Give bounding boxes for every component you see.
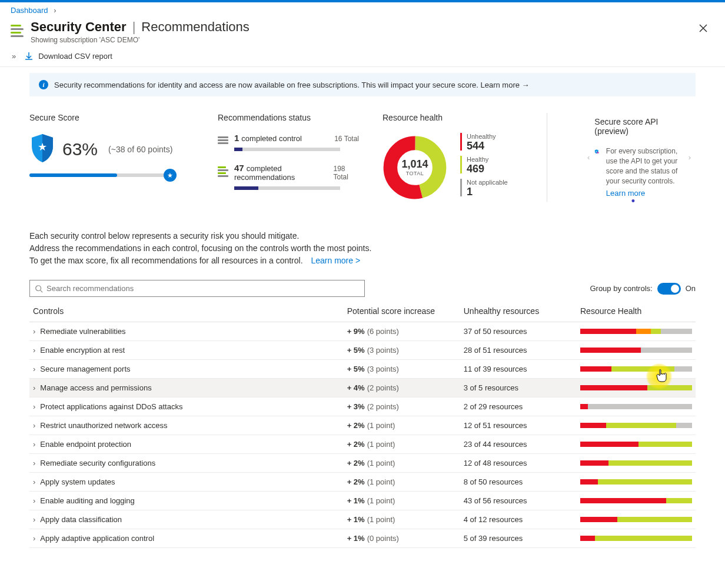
- control-name: Enable endpoint protection: [40, 440, 131, 449]
- learn-more-link[interactable]: Learn more >: [311, 256, 360, 265]
- group-state: On: [686, 284, 696, 293]
- psi-value: + 4%: [347, 383, 365, 392]
- table-row[interactable]: ›Manage access and permissions+ 4%(2 poi…: [29, 379, 696, 397]
- psi-points: (1 point): [367, 515, 395, 524]
- download-csv-button[interactable]: Download CSV report: [24, 51, 112, 61]
- chevron-right-icon[interactable]: ›: [33, 421, 35, 430]
- page-section: Recommendations: [141, 19, 249, 35]
- control-name: Remediate vulnerabilities: [40, 327, 125, 336]
- table-row[interactable]: ›Enable endpoint protection+ 2%(1 point)…: [29, 435, 696, 454]
- chevron-right-icon[interactable]: ›: [33, 515, 35, 524]
- carousel-next-icon[interactable]: ›: [684, 148, 696, 166]
- psi-points: (1 point): [367, 459, 395, 467]
- psi-points: (1 point): [367, 477, 395, 486]
- resource-total-label: TOTAL: [406, 171, 424, 176]
- health-bar: [580, 479, 692, 485]
- search-icon: [35, 285, 43, 293]
- controls-progress-bar: [234, 148, 340, 151]
- resource-total: 1,014: [401, 158, 428, 171]
- table-row[interactable]: ›Apply adaptive application control+ 1%(…: [29, 529, 696, 548]
- psi-value: + 1%: [347, 515, 365, 524]
- carousel-prev-icon[interactable]: ‹: [583, 148, 594, 166]
- recommendations-icon: [11, 23, 24, 39]
- svg-rect-4: [597, 152, 599, 153]
- psi-value: + 1%: [347, 496, 365, 505]
- unhealthy-resources: 28 of 51 resources: [460, 341, 577, 360]
- health-bar: [580, 385, 692, 390]
- secure-score-title: Secure Score: [29, 113, 194, 122]
- table-row[interactable]: ›Remediate vulnerabilities+ 9%(6 points)…: [29, 322, 696, 341]
- control-name: Enable encryption at rest: [40, 346, 125, 355]
- table-row[interactable]: ›Secure management ports+ 5%(3 points)11…: [29, 360, 696, 379]
- secure-score-bar: [29, 173, 171, 177]
- chevron-right-icon[interactable]: ›: [33, 440, 35, 449]
- psi-value: + 2%: [347, 421, 365, 430]
- completed-controls-count: 1: [234, 133, 239, 143]
- psi-points: (3 points): [367, 346, 399, 355]
- star-knob-icon: [164, 169, 177, 182]
- resource-health-donut: 1,014 TOTAL: [383, 135, 447, 200]
- rec-status-title: Recommendations status: [218, 113, 359, 122]
- col-controls[interactable]: Controls: [29, 302, 344, 322]
- health-bar: [580, 348, 692, 353]
- chevron-right-icon[interactable]: ›: [33, 365, 35, 373]
- psi-value: + 5%: [347, 365, 365, 373]
- na-count: 1: [467, 186, 508, 198]
- health-bar: [580, 442, 692, 447]
- table-row[interactable]: ›Apply data classification+ 1%(1 point)4…: [29, 510, 696, 529]
- carousel-dot[interactable]: •: [571, 195, 696, 208]
- chevron-right-icon[interactable]: ›: [33, 346, 35, 355]
- chevron-right-icon[interactable]: ›: [33, 327, 35, 336]
- breadcrumb-dashboard[interactable]: Dashboard: [11, 6, 48, 15]
- table-row[interactable]: ›Enable encryption at rest+ 5%(3 points)…: [29, 341, 696, 360]
- unhealthy-resources: 43 of 56 resources: [460, 492, 577, 510]
- unhealthy-resources: 2 of 29 resources: [460, 397, 577, 416]
- control-name: Manage access and permissions: [40, 383, 151, 392]
- unhealthy-count: 544: [467, 140, 496, 152]
- chevron-right-icon[interactable]: ›: [33, 459, 35, 467]
- control-name: Remediate security configurations: [40, 459, 155, 467]
- psi-value: + 2%: [347, 459, 365, 467]
- psi-points: (0 points): [367, 534, 399, 543]
- control-name: Apply system updates: [40, 477, 115, 486]
- control-name: Apply data classification: [40, 515, 122, 524]
- table-row[interactable]: ›Apply system updates+ 2%(1 point)8 of 5…: [29, 473, 696, 492]
- expand-chevron-icon[interactable]: »: [12, 52, 16, 61]
- chevron-right-icon[interactable]: ›: [33, 534, 35, 543]
- col-unhealthy[interactable]: Unhealthy resources: [460, 302, 577, 322]
- subscription-scope: Showing subscription 'ASC DEMO': [31, 36, 250, 44]
- chevron-right-icon[interactable]: ›: [33, 383, 35, 392]
- api-title: Secure score API (preview): [594, 117, 683, 136]
- download-csv-label: Download CSV report: [38, 52, 112, 61]
- health-bar: [580, 329, 692, 334]
- unhealthy-resources: 37 of 50 resources: [460, 322, 577, 341]
- health-bar: [580, 498, 692, 503]
- group-toggle[interactable]: [657, 283, 681, 295]
- search-input-wrapper[interactable]: [29, 280, 365, 297]
- chevron-right-icon[interactable]: ›: [33, 402, 35, 411]
- breadcrumb: Dashboard ›: [0, 2, 725, 17]
- search-input[interactable]: [46, 284, 360, 293]
- banner-text[interactable]: Security recommendations for identity an…: [54, 81, 530, 89]
- unhealthy-resources: 8 of 50 resources: [460, 473, 577, 492]
- group-by-label: Group by controls:: [590, 284, 652, 293]
- psi-value: + 3%: [347, 402, 365, 411]
- control-name: Apply adaptive application control: [40, 534, 154, 543]
- health-bar: [580, 460, 692, 466]
- psi-points: (1 point): [367, 440, 395, 449]
- col-psi[interactable]: Potential score increase: [344, 302, 460, 322]
- control-name: Secure management ports: [40, 365, 130, 373]
- table-row[interactable]: ›Restrict unauthorized network access+ 2…: [29, 416, 696, 435]
- col-health[interactable]: Resource Health: [577, 302, 696, 322]
- page-brand: Security Center: [31, 19, 127, 35]
- table-row[interactable]: ›Remediate security configurations+ 2%(1…: [29, 454, 696, 473]
- close-icon[interactable]: [699, 24, 707, 34]
- table-row[interactable]: ›Enable auditing and logging+ 1%(1 point…: [29, 492, 696, 510]
- psi-value: + 9%: [347, 327, 365, 336]
- chevron-right-icon[interactable]: ›: [33, 496, 35, 505]
- download-icon: [24, 51, 34, 61]
- chevron-right-icon[interactable]: ›: [33, 477, 35, 486]
- table-row[interactable]: ›Protect applications against DDoS attac…: [29, 397, 696, 416]
- psi-value: + 1%: [347, 534, 365, 543]
- psi-value: + 5%: [347, 346, 365, 355]
